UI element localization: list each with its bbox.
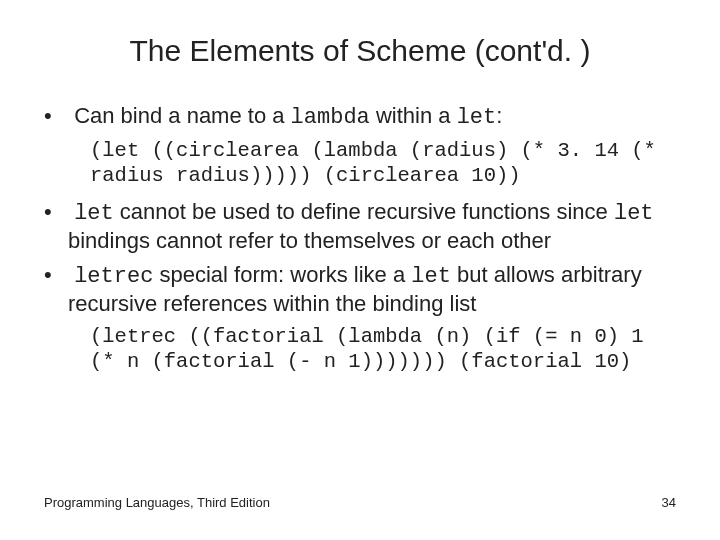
page-number: 34 [662,495,676,510]
code-inline: let [74,201,114,226]
slide-title: The Elements of Scheme (cont'd. ) [44,34,676,68]
code-inline: lambda [291,105,370,130]
text: within a [370,103,457,128]
footer: Programming Languages, Third Edition 34 [44,495,676,510]
text: Can bind a name to a [74,103,290,128]
code-block-1: (let ((circlearea (lambda (radius) (* 3.… [90,138,676,188]
code-inline: let [411,264,451,289]
text: special form: works like a [153,262,411,287]
slide: The Elements of Scheme (cont'd. ) Can bi… [0,0,720,540]
text: : [496,103,502,128]
code-inline: letrec [74,264,153,289]
code-block-2: (letrec ((factorial (lambda (n) (if (= n… [90,324,676,374]
bullet-list: Can bind a name to a lambda within a let… [44,102,676,132]
bullet-3: letrec special form: works like a let bu… [44,261,676,318]
text: bindings cannot refer to themselves or e… [68,228,551,253]
footer-left: Programming Languages, Third Edition [44,495,270,510]
bullet-1: Can bind a name to a lambda within a let… [44,102,676,132]
text: cannot be used to define recursive funct… [114,199,614,224]
code-inline: let [614,201,654,226]
code-inline: let [457,105,497,130]
bullet-list-2: let cannot be used to define recursive f… [44,198,676,318]
bullet-2: let cannot be used to define recursive f… [44,198,676,255]
